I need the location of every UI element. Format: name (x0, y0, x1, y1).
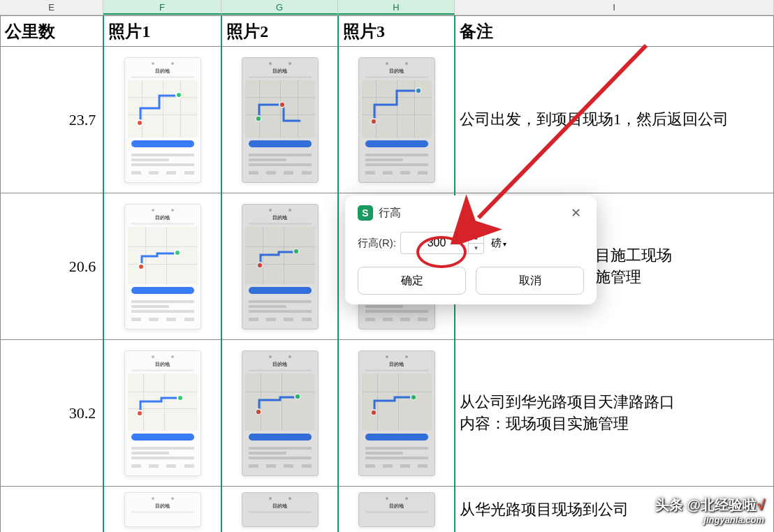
column-header-row: E F G H I (0, 0, 774, 15)
row-height-dialog: S 行高 ✕ 行高(R): ▲ ▼ 磅 确定 取消 (345, 195, 597, 304)
cell-km[interactable]: 23.7 (1, 47, 104, 193)
map-thumbnail: 目的地 (124, 350, 201, 476)
cell-photo2[interactable]: 目的地 (221, 487, 338, 533)
map-thumbnail: 目的地 (358, 492, 435, 527)
cell-header-note[interactable]: 备注 (455, 16, 774, 47)
stepper-down-icon[interactable]: ▼ (469, 244, 483, 254)
cancel-button[interactable]: 取消 (476, 267, 584, 295)
cell-note[interactable]: 从公司到华光路项目天津路路口 内容：现场项目实施管理 (455, 340, 774, 487)
header-row: 公里数 照片1 照片2 照片3 备注 (1, 16, 774, 47)
dialog-title: 行高 (379, 206, 401, 221)
table-row: 目的地 目的地 目的地 从华光路项目现场到公司 (1, 487, 774, 533)
map-thumbnail: 目的地 (358, 350, 435, 476)
cell-note[interactable]: 公司出发，到项目现场1，然后返回公司 (455, 47, 774, 193)
col-header-I[interactable]: I (455, 0, 774, 15)
cell-photo1[interactable]: 目的地 (103, 193, 221, 340)
ok-button[interactable]: 确定 (358, 267, 466, 295)
cell-photo3[interactable]: 目的地 (338, 47, 455, 193)
cell-photo2[interactable]: 目的地 (221, 47, 338, 193)
stepper-up-icon[interactable]: ▲ (469, 232, 483, 244)
map-thumbnail: 目的地 (124, 204, 201, 330)
map-thumbnail: 目的地 (242, 492, 319, 527)
cell-header-km[interactable]: 公里数 (1, 16, 104, 47)
table-row: 30.2 目的地 目的地 目的地 从公司到华光路项目天津路路口 内容：现场项目实… (1, 340, 774, 487)
cell-photo1[interactable]: 目的地 (103, 340, 221, 487)
app-icon: S (358, 205, 373, 221)
cell-photo1[interactable]: 目的地 (103, 47, 221, 193)
close-icon[interactable]: ✕ (568, 205, 584, 221)
col-header-F[interactable]: F (103, 0, 221, 15)
cell-km[interactable] (1, 487, 104, 533)
cell-photo2[interactable]: 目的地 (221, 340, 338, 487)
cell-km[interactable]: 20.6 (1, 193, 104, 340)
stepper[interactable]: ▲ ▼ (468, 232, 483, 253)
cell-photo2[interactable]: 目的地 (221, 193, 338, 340)
col-header-H[interactable]: H (338, 0, 455, 15)
cell-header-photo3[interactable]: 照片3 (338, 16, 455, 47)
col-header-G[interactable]: G (221, 0, 338, 15)
table-row: 23.7 目的地 目的地 目的地 公司出发，到项目现场1，然后返回公司 (1, 47, 774, 193)
map-thumbnail: 目的地 (242, 204, 319, 330)
map-thumbnail: 目的地 (242, 57, 319, 183)
col-header-E[interactable]: E (0, 0, 103, 15)
map-thumbnail: 目的地 (358, 57, 435, 183)
unit-dropdown[interactable]: 磅 (491, 237, 506, 250)
cell-note[interactable]: 从华光路项目现场到公司 (455, 487, 774, 533)
cell-photo3[interactable]: 目的地 (338, 340, 455, 487)
cell-photo3[interactable]: 目的地 (338, 487, 455, 533)
map-thumbnail: 目的地 (242, 350, 319, 476)
cell-km[interactable]: 30.2 (1, 340, 104, 487)
map-thumbnail: 目的地 (124, 57, 201, 183)
row-height-label: 行高(R): (358, 237, 396, 250)
cell-header-photo1[interactable]: 照片1 (103, 16, 221, 47)
cell-header-photo2[interactable]: 照片2 (221, 16, 338, 47)
map-thumbnail: 目的地 (124, 492, 201, 527)
cell-photo1[interactable]: 目的地 (103, 487, 221, 533)
